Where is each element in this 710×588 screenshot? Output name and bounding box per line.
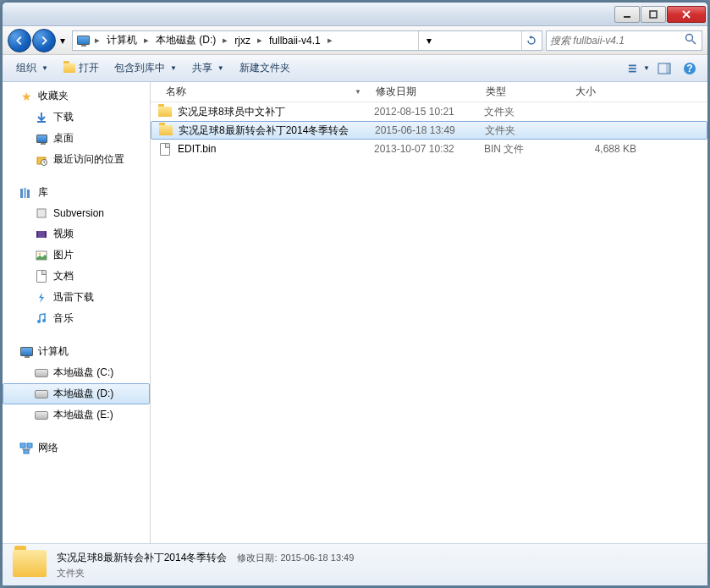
minimize-button[interactable]	[614, 6, 640, 23]
video-icon	[35, 228, 48, 241]
network-group: 网络	[3, 437, 150, 459]
sidebar-item-downloads[interactable]: 下载	[3, 107, 150, 128]
file-type: 文件夹	[477, 105, 567, 119]
sidebar-item-drive-d[interactable]: 本地磁盘 (D:)	[3, 383, 150, 404]
sidebar-item-desktop[interactable]: 桌面	[3, 128, 150, 149]
computer-header[interactable]: 计算机	[3, 341, 150, 362]
status-type: 文件夹	[57, 567, 354, 580]
file-row[interactable]: 实况足球8最新转会补丁2014冬季转会2015-06-18 13:49文件夹	[151, 121, 707, 140]
svg-rect-18	[36, 231, 38, 238]
drive-icon	[35, 366, 48, 380]
sidebar-item-drive-c[interactable]: 本地磁盘 (C:)	[3, 362, 150, 383]
file-date: 2013-10-07 10:32	[367, 143, 477, 155]
document-icon	[35, 270, 48, 283]
sidebar-item-subversion[interactable]: Subversion	[3, 203, 150, 223]
include-label: 包含到库中	[114, 61, 165, 75]
bc-folder1[interactable]: rjxz	[231, 35, 254, 47]
file-type: 文件夹	[478, 124, 568, 138]
bc-drive[interactable]: 本地磁盘 (D:)	[152, 33, 219, 47]
computer-label: 计算机	[38, 344, 69, 359]
sidebar-item-label: 音乐	[53, 311, 74, 326]
path-dropdown-button[interactable]: ▾	[418, 31, 438, 50]
subversion-icon	[35, 206, 48, 220]
chevron-right-icon[interactable]: ▸	[324, 35, 336, 46]
explorer-window: ▾ ▸ 计算机 ▸ 本地磁盘 (D:) ▸ rjxz ▸ fullbaii-v4…	[2, 2, 708, 586]
sidebar-item-recent[interactable]: 最近访问的位置	[3, 149, 150, 170]
sidebar-item-label: 文档	[53, 269, 74, 283]
music-icon	[35, 312, 48, 326]
sidebar-item-documents[interactable]: 文档	[3, 266, 150, 287]
sidebar-item-label: 最近访问的位置	[53, 152, 124, 167]
content-area: ★收藏夹 下载 桌面 最近访问的位置 库 Subversion 视频 图片 文档…	[3, 82, 707, 543]
file-date: 2012-08-15 10:21	[367, 106, 477, 118]
column-size[interactable]: 大小	[569, 82, 653, 102]
recent-icon	[35, 153, 48, 167]
search-input[interactable]	[550, 35, 685, 47]
sidebar-item-label: 视频	[53, 227, 74, 241]
search-icon[interactable]	[685, 33, 698, 47]
libraries-label: 库	[38, 185, 48, 200]
include-library-menu[interactable]: 包含到库中▼	[107, 58, 184, 79]
refresh-button[interactable]	[521, 31, 542, 50]
search-box[interactable]	[546, 30, 702, 51]
share-menu[interactable]: 共享▼	[185, 58, 231, 79]
sidebar-item-label: 图片	[53, 248, 74, 262]
svg-point-2	[686, 35, 693, 41]
column-name[interactable]: 名称▼	[151, 82, 369, 102]
picture-icon	[35, 249, 48, 262]
sidebar-item-label: 本地磁盘 (E:)	[53, 408, 113, 422]
sidebar-item-pictures[interactable]: 图片	[3, 245, 150, 266]
bc-computer[interactable]: 计算机	[103, 33, 140, 47]
column-size-label: 大小	[575, 85, 596, 99]
svg-rect-3	[629, 64, 636, 66]
computer-icon	[74, 32, 91, 49]
sidebar-item-drive-e[interactable]: 本地磁盘 (E:)	[3, 404, 150, 426]
thunder-icon	[35, 291, 48, 305]
star-icon: ★	[19, 90, 33, 103]
file-row[interactable]: 实况足球8球员中文补丁2012-08-15 10:21文件夹	[151, 102, 707, 121]
sidebar-item-label: 桌面	[53, 131, 74, 146]
chevron-right-icon[interactable]: ▸	[254, 35, 266, 46]
help-button[interactable]: ?	[679, 59, 701, 78]
column-headers: 名称▼ 修改日期 类型 大小	[151, 82, 707, 102]
status-date-value: 2015-06-18 13:49	[280, 552, 354, 563]
sidebar-item-thunder[interactable]: 迅雷下载	[3, 287, 150, 308]
drive-icon	[35, 387, 48, 401]
chevron-right-icon[interactable]: ▸	[140, 35, 152, 46]
titlebar[interactable]	[3, 3, 707, 26]
svg-rect-16	[37, 209, 46, 217]
column-type[interactable]: 类型	[479, 82, 569, 102]
libraries-header[interactable]: 库	[3, 182, 150, 203]
maximize-button[interactable]	[641, 6, 666, 23]
svg-text:?: ?	[686, 63, 692, 74]
forward-button[interactable]	[32, 29, 56, 52]
open-button[interactable]: 打开	[57, 58, 106, 79]
sidebar-item-label: 本地磁盘 (D:)	[53, 387, 113, 401]
organize-menu[interactable]: 组织▼	[9, 58, 55, 79]
view-options-button[interactable]: ▼	[628, 59, 650, 78]
toolbar: 组织▼ 打开 包含到库中▼ 共享▼ 新建文件夹 ▼ ?	[3, 55, 707, 82]
bc-folder2[interactable]: fullbaii-v4.1	[266, 35, 324, 47]
file-size: 4,688 KB	[567, 143, 643, 155]
history-dropdown[interactable]: ▾	[57, 29, 69, 52]
network-header[interactable]: 网络	[3, 437, 150, 459]
back-button[interactable]	[8, 29, 31, 52]
svg-rect-1	[650, 11, 657, 18]
network-icon	[19, 442, 33, 455]
sidebar-item-label: 迅雷下载	[53, 290, 94, 305]
sidebar-item-videos[interactable]: 视频	[3, 223, 150, 245]
files-container[interactable]: 实况足球8球员中文补丁2012-08-15 10:21文件夹实况足球8最新转会补…	[151, 102, 707, 543]
preview-pane-button[interactable]	[653, 59, 675, 78]
svg-point-21	[39, 252, 41, 255]
sidebar-item-music[interactable]: 音乐	[3, 308, 150, 329]
close-button[interactable]	[667, 6, 706, 23]
column-date[interactable]: 修改日期	[369, 82, 479, 102]
chevron-right-icon[interactable]: ▸	[219, 35, 231, 46]
file-row[interactable]: EDIT.bin2013-10-07 10:32BIN 文件4,688 KB	[151, 140, 707, 158]
favorites-header[interactable]: ★收藏夹	[3, 85, 150, 107]
sort-indicator: ▼	[355, 88, 361, 96]
breadcrumb[interactable]: ▸ 计算机 ▸ 本地磁盘 (D:) ▸ rjxz ▸ fullbaii-v4.1…	[72, 30, 542, 51]
file-name: 实况足球8球员中文补丁	[178, 105, 367, 119]
chevron-right-icon[interactable]: ▸	[91, 35, 103, 46]
new-folder-button[interactable]: 新建文件夹	[233, 58, 297, 79]
